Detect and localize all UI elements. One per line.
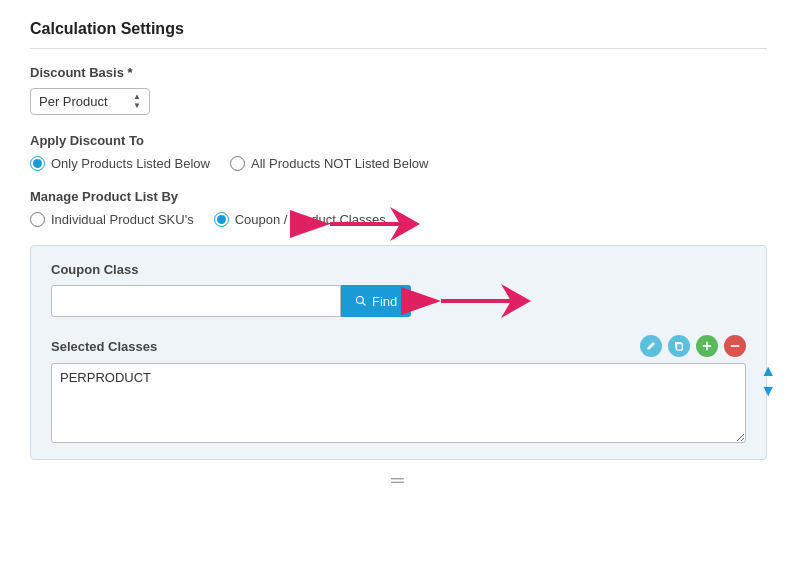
coupon-class-panel: Coupon Class Find [30, 245, 767, 460]
coupon-class-input[interactable] [51, 285, 341, 317]
apply-discount-group: Apply Discount To Only Products Listed B… [30, 133, 767, 171]
move-up-button[interactable]: ▲ [760, 363, 776, 379]
apply-discount-label: Apply Discount To [30, 133, 767, 148]
select-arrows-icon: ▲ ▼ [133, 93, 141, 110]
svg-rect-6 [677, 344, 683, 351]
add-class-button[interactable] [696, 335, 718, 357]
manage-list-radio-group: Individual Product SKU's Coupon / Produc… [30, 212, 767, 227]
find-button-label: Find [372, 294, 397, 309]
selected-classes-section: Selected Classes [51, 335, 746, 443]
selected-classes-actions [640, 335, 746, 357]
radio-individual-sku-label: Individual Product SKU's [51, 212, 194, 227]
radio-individual-sku[interactable]: Individual Product SKU's [30, 212, 194, 227]
manage-list-group: Manage Product List By Individual Produc… [30, 189, 767, 227]
copy-icon [674, 341, 684, 351]
radio-not-listed-label: All Products NOT Listed Below [251, 156, 429, 171]
radio-only-listed-label: Only Products Listed Below [51, 156, 210, 171]
discount-basis-select-wrapper[interactable]: Per Product Per Order Per Line ▲ ▼ [30, 88, 150, 115]
radio-coupon-class-input[interactable] [214, 212, 229, 227]
radio-only-listed[interactable]: Only Products Listed Below [30, 156, 210, 171]
section-title: Calculation Settings [30, 20, 767, 49]
red-arrow-annotation-2 [401, 279, 531, 324]
remove-class-button[interactable] [724, 335, 746, 357]
search-icon [355, 295, 367, 307]
radio-only-listed-input[interactable] [30, 156, 45, 171]
apply-discount-radio-group: Only Products Listed Below All Products … [30, 156, 767, 171]
radio-individual-sku-input[interactable] [30, 212, 45, 227]
radio-not-listed[interactable]: All Products NOT Listed Below [230, 156, 429, 171]
up-down-controls: ▲ ▼ [760, 363, 776, 399]
coupon-class-label: Coupon Class [51, 262, 746, 277]
coupon-class-group: Coupon Class Find [51, 262, 746, 317]
selected-classes-textarea[interactable]: PERPRODUCT [51, 363, 746, 443]
radio-not-listed-input[interactable] [230, 156, 245, 171]
add-icon [702, 341, 712, 351]
remove-icon [730, 341, 740, 351]
edit-class-button[interactable] [640, 335, 662, 357]
svg-line-3 [363, 303, 366, 306]
svg-point-2 [357, 297, 364, 304]
selected-classes-label: Selected Classes [51, 339, 157, 354]
move-down-button[interactable]: ▼ [760, 383, 776, 399]
drag-handle: ═ [30, 470, 767, 491]
discount-basis-label: Discount Basis [30, 65, 767, 80]
discount-basis-group: Discount Basis Per Product Per Order Per… [30, 65, 767, 115]
discount-basis-select[interactable]: Per Product Per Order Per Line [39, 94, 127, 109]
edit-icon [646, 341, 656, 351]
selected-classes-header: Selected Classes [51, 335, 746, 357]
red-arrow-annotation-1 [290, 202, 420, 247]
coupon-class-search-row: Find [51, 285, 746, 317]
classes-textarea-row: PERPRODUCT ▲ ▼ [51, 363, 746, 443]
copy-class-button[interactable] [668, 335, 690, 357]
